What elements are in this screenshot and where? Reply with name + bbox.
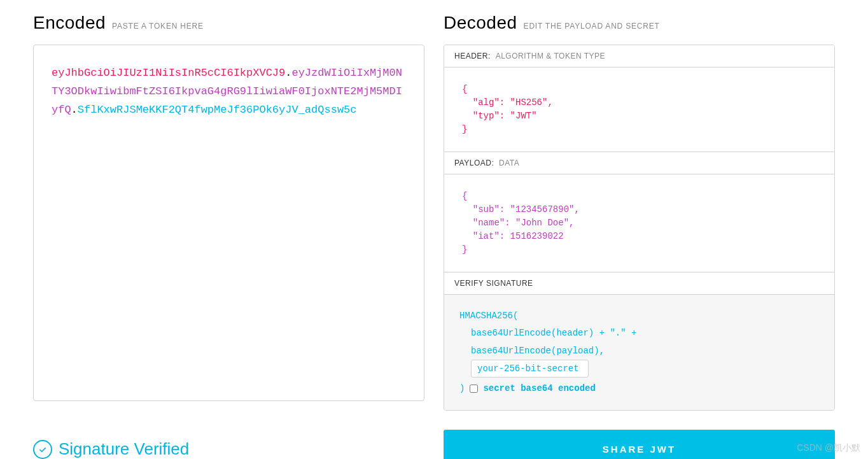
- header-json: { "alg": "HS256", "typ": "JWT" }: [462, 83, 816, 136]
- signature-section-label: VERIFY SIGNATURE: [444, 272, 834, 295]
- token-header-part: eyJhbGciOiJIUzI1NiIsInR5cCI6IkpXVCJ9: [52, 67, 285, 79]
- sig-line2: base64UrlEncode(header) + "." +: [471, 325, 819, 342]
- base64-checkbox[interactable]: [470, 385, 478, 393]
- share-jwt-button[interactable]: SHARE JWT: [444, 430, 835, 459]
- sig-line3: base64UrlEncode(payload),: [471, 342, 819, 360]
- header-section-label: HEADER: ALGORITHM & TOKEN TYPE: [444, 45, 834, 67]
- header-label: HEADER:: [454, 52, 491, 60]
- decoded-title: Decoded EDIT THE PAYLOAD AND SECRET: [444, 13, 835, 33]
- signature-content: HMACSHA256( base64UrlEncode(header) + ".…: [444, 295, 834, 410]
- payload-json: { "sub": "1234567890", "name": "John Doe…: [462, 190, 816, 257]
- encoded-subtitle: PASTE A TOKEN HERE: [112, 22, 204, 31]
- signature-verified-text: Signature Verified: [59, 439, 189, 459]
- token-dot: .: [285, 67, 291, 79]
- check-circle-icon: [33, 440, 52, 459]
- token-signature-part: SflKxwRJSMeKKF2QT4fwpMeJf36POk6yJV_adQss…: [78, 104, 357, 116]
- watermark: CSDN @凯小默: [797, 442, 860, 454]
- signature-verified-status: Signature Verified: [33, 430, 424, 459]
- sig-close: ): [459, 380, 465, 397]
- header-json-content[interactable]: { "alg": "HS256", "typ": "JWT" }: [444, 67, 834, 152]
- decoded-title-text: Decoded: [444, 13, 517, 33]
- encoded-title-text: Encoded: [33, 13, 106, 33]
- payload-label: PAYLOAD:: [454, 159, 494, 167]
- encoded-column: Encoded PASTE A TOKEN HERE eyJhbGciOiJIU…: [33, 13, 424, 411]
- payload-section-label: PAYLOAD: DATA: [444, 152, 834, 174]
- encoded-token-box[interactable]: eyJhbGciOiJIUzI1NiIsInR5cCI6IkpXVCJ9.eyJ…: [33, 45, 424, 401]
- payload-sub: DATA: [499, 159, 519, 167]
- payload-json-content[interactable]: { "sub": "1234567890", "name": "John Doe…: [444, 174, 834, 272]
- signature-label: VERIFY SIGNATURE: [454, 279, 533, 288]
- encoded-title: Encoded PASTE A TOKEN HERE: [33, 13, 424, 33]
- secret-input[interactable]: [471, 360, 589, 378]
- decoded-subtitle: EDIT THE PAYLOAD AND SECRET: [524, 22, 660, 31]
- sig-line1: HMACSHA256(: [459, 307, 819, 325]
- base64-checkbox-label[interactable]: secret base64 encoded: [483, 380, 595, 397]
- header-sub: ALGORITHM & TOKEN TYPE: [496, 52, 605, 60]
- token-dot: .: [71, 104, 78, 116]
- decoded-box: HEADER: ALGORITHM & TOKEN TYPE { "alg": …: [444, 45, 835, 411]
- decoded-column: Decoded EDIT THE PAYLOAD AND SECRET HEAD…: [444, 13, 835, 411]
